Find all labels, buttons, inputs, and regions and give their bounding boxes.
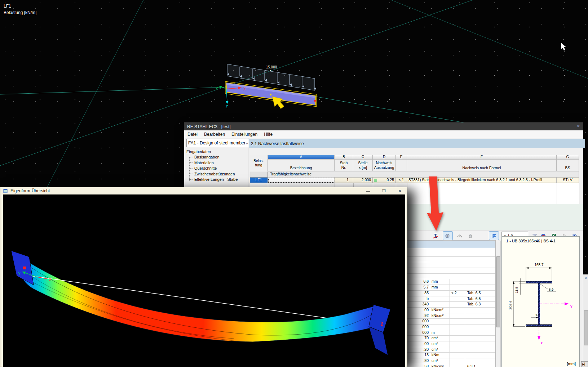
- details-row[interactable]: 5.7 mm: [404, 285, 495, 291]
- cross-section-panel: 1 - UB 305x165x46 | BS 4-1: [501, 236, 580, 367]
- section-title: 2.1 Nachweise lastfallweise: [249, 139, 585, 148]
- col-letter-c[interactable]: C: [353, 155, 373, 160]
- menu-item[interactable]: Datei: [184, 131, 201, 138]
- minimize-button[interactable]: —: [362, 188, 374, 194]
- detail-limit: [450, 319, 465, 324]
- selection-handle: [270, 94, 271, 95]
- detail-reference: [465, 325, 495, 330]
- group-row-button[interactable]: [250, 171, 268, 178]
- result-row-location[interactable]: 2.000: [353, 178, 373, 183]
- detail-reference: [465, 285, 495, 290]
- side-panel-scrollbar-thumb[interactable]: [584, 310, 588, 345]
- col-letter-b[interactable]: B: [335, 155, 353, 160]
- detail-reference: [465, 330, 495, 336]
- details-row[interactable]: 000 m: [404, 330, 495, 336]
- details-row[interactable]: 000: [404, 319, 495, 325]
- details-row[interactable]: 000: [404, 325, 495, 330]
- navigation-tree[interactable]: Eingabedaten BasisangabenMaterialienQuer…: [186, 149, 247, 188]
- details-row[interactable]: 6.6 mm: [404, 279, 495, 285]
- detail-unit: mm: [430, 285, 450, 290]
- eigenform-window: Eigenform-Übersicht — ❒ ✕: [0, 187, 407, 367]
- tree-item[interactable]: Basisangaben: [186, 155, 247, 160]
- details-row[interactable]: b Tab. 6.5: [404, 296, 495, 302]
- details-scrollbar[interactable]: [496, 241, 501, 367]
- result-row-limit[interactable]: ≤ 1: [396, 178, 407, 183]
- member-number-label: 2: [381, 322, 383, 327]
- render-mode-button[interactable]: [465, 231, 476, 240]
- detail-value: .13: [404, 353, 430, 358]
- detail-reference: [465, 313, 495, 319]
- maximize-button[interactable]: ❒: [378, 188, 390, 194]
- eigenform-titlebar[interactable]: Eigenform-Übersicht — ❒ ✕: [0, 187, 407, 194]
- detail-limit: [450, 353, 465, 358]
- design-case-combo[interactable]: FA1 - Design of steel members ; ⌄: [186, 139, 251, 147]
- details-row[interactable]: .00 cm⁶: [404, 341, 495, 347]
- detail-unit: cm⁴: [430, 336, 450, 341]
- col-letter-d[interactable]: D: [373, 155, 396, 160]
- col-letter-f[interactable]: F: [407, 155, 557, 160]
- details-row[interactable]: .00 kN/cm²: [404, 308, 495, 313]
- dialog-close-button[interactable]: ✕: [577, 124, 580, 129]
- mode-shape-visualization: Y X 2: [3, 194, 405, 367]
- details-row[interactable]: .58 kN/cm² 6.3.1: [404, 364, 495, 367]
- ratio-status-indicator: [374, 179, 377, 182]
- detail-unit: cm⁴: [430, 347, 450, 353]
- detail-unit: [430, 319, 450, 324]
- detail-value: .00: [404, 341, 430, 347]
- eigenform-axis-y: Y: [18, 272, 21, 276]
- details-row[interactable]: .20 cm⁴: [404, 347, 495, 353]
- details-header-band: [404, 241, 495, 248]
- col-letter-g[interactable]: G: [557, 155, 579, 160]
- result-row-bezeichnung-selected-cell[interactable]: [268, 178, 335, 183]
- detail-value: .00: [404, 308, 430, 313]
- detail-value: .20: [404, 347, 430, 353]
- detail-reference: Tab. 6.3: [465, 302, 495, 307]
- details-scrollbar-thumb[interactable]: [496, 256, 500, 327]
- dialog-titlebar[interactable]: RF-STAHL EC3 - [test] ✕: [184, 123, 583, 130]
- details-row[interactable]: .92 kN/cm²: [404, 313, 495, 319]
- tree-item[interactable]: Querschnitte: [186, 166, 247, 171]
- cross-section-title: 1 - UB 305x165x46 | BS 4-1: [502, 237, 579, 243]
- menu-item[interactable]: Einstellungen: [228, 131, 261, 138]
- header-nachweis: Nachweis Ausnutzung: [373, 160, 396, 171]
- tree-item[interactable]: Effektive Längen - Stäbe: [186, 177, 247, 183]
- bar-chart-icon: [491, 233, 497, 239]
- eigenform-axis-x: X: [49, 278, 52, 282]
- details-row[interactable]: .70 cm⁴: [404, 336, 495, 341]
- detail-value: .80: [404, 358, 430, 364]
- detail-limit: [450, 347, 465, 353]
- svg-text:z: z: [541, 341, 543, 345]
- result-row-loadcase[interactable]: LF1: [250, 178, 268, 183]
- tree-item[interactable]: Materialien: [186, 160, 247, 166]
- window-icon: [3, 189, 8, 193]
- details-row[interactable]: 340 Tab. 6.3: [404, 302, 495, 308]
- horizontal-scroll-end-button[interactable]: ▶▏: [581, 361, 588, 367]
- tree-root[interactable]: Eingabedaten: [186, 149, 247, 155]
- col-corner[interactable]: Belas- tung: [250, 155, 268, 171]
- result-diagram-button[interactable]: [489, 231, 499, 240]
- detail-limit: [450, 285, 465, 290]
- details-row[interactable]: .80 cm³: [404, 358, 495, 364]
- result-row-bs[interactable]: ST+V: [557, 178, 579, 183]
- detail-unit: mm: [430, 279, 450, 285]
- eigenform-canvas[interactable]: Y X 2: [3, 194, 405, 367]
- result-row-ratio[interactable]: 0.25: [373, 178, 396, 183]
- beam-model[interactable]: 15.000 X Y Z: [202, 50, 332, 113]
- menu-item[interactable]: Bearbeiten: [201, 131, 228, 138]
- side-panel-close-button[interactable]: ✕: [583, 274, 588, 280]
- tree-item[interactable]: Zwischenabstützungen: [186, 171, 247, 177]
- details-row[interactable]: .13 kNm: [404, 353, 495, 358]
- header-e: [396, 160, 407, 171]
- close-button[interactable]: ✕: [394, 188, 406, 194]
- smooth-results-button[interactable]: [455, 231, 465, 240]
- axis-z-label: Z: [226, 105, 228, 109]
- col-letter-e[interactable]: E: [396, 155, 407, 160]
- detail-reference: Tab. 6.5: [465, 296, 495, 302]
- detail-reference: [465, 353, 495, 358]
- svg-text:6.7: 6.7: [535, 313, 540, 317]
- header-stelle: Stelle x [m]: [353, 160, 373, 171]
- menu-item[interactable]: Hilfe: [261, 131, 276, 138]
- details-row[interactable]: .85 ≤ 2 Tab. 6.5: [404, 291, 495, 296]
- result-row-member[interactable]: 1: [335, 178, 353, 183]
- col-letter-a[interactable]: A: [268, 155, 335, 160]
